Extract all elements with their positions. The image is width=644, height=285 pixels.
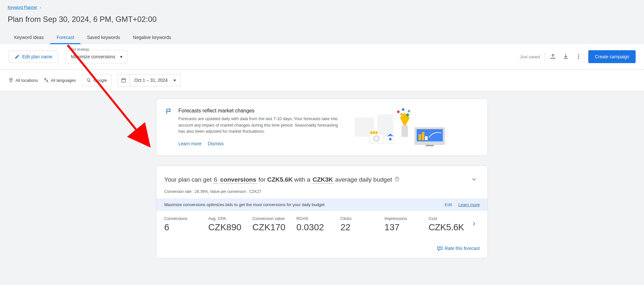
metric-label: Conversions xyxy=(164,216,208,221)
tab-forecast[interactable]: Forecast xyxy=(50,32,80,44)
share-button[interactable] xyxy=(546,50,559,63)
svg-point-14 xyxy=(400,113,403,116)
notice-dismiss-link[interactable]: Dismiss xyxy=(208,141,224,146)
help-icon[interactable] xyxy=(394,176,400,182)
optimization-learn-more-link[interactable]: Learn more xyxy=(459,202,480,207)
chevron-down-icon xyxy=(471,176,477,183)
notice-learn-more-link[interactable]: Learn more xyxy=(178,141,202,146)
metrics-row: Conversions 6 Avg. CPA CZK890 Conversion… xyxy=(156,211,488,241)
notice-illustration xyxy=(352,108,448,147)
svg-rect-25 xyxy=(422,132,424,140)
svg-rect-24 xyxy=(419,134,421,140)
metric-avg-cpa: Avg. CPA CZK890 xyxy=(208,216,252,233)
date-range-label: Oct 1 – 31, 2024 xyxy=(134,78,168,83)
summary-suffix: average daily budget xyxy=(335,176,392,183)
calendar-icon xyxy=(121,78,126,83)
metric-value: 137 xyxy=(384,222,429,233)
date-range-select[interactable]: Oct 1 – 31, 2024 ▾ xyxy=(130,74,181,86)
svg-point-1 xyxy=(578,56,579,57)
filters-bar: All locations All languages Google Oct 1… xyxy=(0,70,644,91)
svg-rect-17 xyxy=(370,131,372,134)
summary-conversions-count[interactable]: 6 xyxy=(213,176,218,184)
date-range-icon-box[interactable] xyxy=(118,74,130,86)
metric-value: 0.0302 xyxy=(296,222,340,233)
tab-keyword-ideas[interactable]: Keyword ideas xyxy=(8,32,50,44)
notice-body-text: Forecasts are updated daily with data fr… xyxy=(178,116,346,135)
summary-conversions-word[interactable]: conversions xyxy=(220,176,257,184)
metric-cost: Cost CZK5.6K xyxy=(429,216,468,233)
metric-label: Cost xyxy=(429,216,468,221)
locations-label: All locations xyxy=(15,78,38,83)
bid-strategy-select[interactable]: Maximize conversions ▾ xyxy=(66,50,127,63)
edit-plan-name-button[interactable]: Edit plan name xyxy=(8,51,58,63)
summary-budget[interactable]: CZK3K xyxy=(312,176,334,184)
metric-roas: ROAS 0.0302 xyxy=(296,216,340,233)
download-button[interactable] xyxy=(559,50,572,63)
languages-label: All languages xyxy=(51,78,76,83)
metric-label: Conversion value xyxy=(252,216,297,221)
rate-forecast-button[interactable]: Rate this forecast xyxy=(437,245,480,251)
metric-value: 22 xyxy=(340,222,384,233)
saved-status: Just saved xyxy=(520,54,540,59)
optimization-info-bar: Maximize conversions optimizes bids to g… xyxy=(156,198,488,211)
metric-label: ROAS xyxy=(296,216,340,221)
forecast-summary-card: Your plan can get 6 conversions for CZK5… xyxy=(156,166,488,258)
svg-point-4 xyxy=(87,79,90,81)
metric-impressions: Impressions 137 xyxy=(384,216,429,233)
breadcrumb: Keyword Planner › xyxy=(8,5,636,10)
more-vert-icon xyxy=(575,53,582,60)
rate-forecast-label: Rate this forecast xyxy=(445,246,480,251)
location-icon xyxy=(8,78,14,83)
optimization-info-text: Maximize conversions optimizes bids to g… xyxy=(164,202,325,207)
summary-for: for xyxy=(259,176,266,183)
metric-value: CZK890 xyxy=(208,222,252,233)
languages-filter[interactable]: All languages xyxy=(43,78,76,83)
notice-title: Forecasts reflect market changes xyxy=(178,108,346,114)
svg-rect-18 xyxy=(373,131,375,134)
search-partner-icon xyxy=(86,78,91,83)
svg-point-3 xyxy=(10,79,11,80)
svg-point-0 xyxy=(578,54,579,55)
metric-value: 6 xyxy=(164,222,208,233)
bid-strategy-value: Maximize conversions xyxy=(71,54,115,59)
svg-point-11 xyxy=(402,108,404,111)
svg-rect-9 xyxy=(402,126,408,137)
metric-value: CZK170 xyxy=(252,222,297,233)
bid-strategy-label: Bid strategy xyxy=(69,47,90,51)
feedback-icon xyxy=(437,245,443,251)
tab-saved-keywords[interactable]: Saved keywords xyxy=(80,32,127,44)
metric-conversion-value: Conversion value CZK170 xyxy=(252,216,297,233)
svg-point-12 xyxy=(408,110,410,112)
metric-conversions: Conversions 6 xyxy=(164,216,208,233)
network-filter[interactable]: Google xyxy=(81,74,112,86)
chevron-right-icon xyxy=(471,221,477,227)
metric-label: Avg. CPA xyxy=(208,216,252,221)
caret-down-icon: ▾ xyxy=(174,78,176,83)
toolbar: Edit plan name Bid strategy Maximize con… xyxy=(0,44,644,70)
metric-label: Clicks xyxy=(340,216,384,221)
svg-rect-5 xyxy=(122,79,126,82)
svg-rect-19 xyxy=(375,131,377,134)
summary-sentence: Your plan can get 6 conversions for CZK5… xyxy=(164,176,468,184)
tab-negative-keywords[interactable]: Negative keywords xyxy=(127,32,177,44)
svg-point-21 xyxy=(389,138,392,140)
flag-icon xyxy=(166,108,173,115)
summary-cost: CZK5.6K xyxy=(267,176,293,183)
create-campaign-button[interactable]: Create campaign xyxy=(588,50,636,63)
expand-summary-button[interactable] xyxy=(468,174,480,186)
tabs: Keyword ideas Forecast Saved keywords Ne… xyxy=(8,32,636,44)
metric-value: CZK5.6K xyxy=(429,222,468,233)
svg-rect-26 xyxy=(425,136,428,140)
breadcrumb-link-keyword-planner[interactable]: Keyword Planner xyxy=(8,5,37,10)
more-button[interactable] xyxy=(572,50,585,63)
svg-point-2 xyxy=(578,58,579,59)
share-icon xyxy=(550,53,556,60)
summary-with: with a xyxy=(294,176,310,183)
divider xyxy=(545,52,545,61)
metric-clicks: Clicks 22 xyxy=(340,216,384,233)
network-label: Google xyxy=(93,78,107,83)
metrics-next-button[interactable] xyxy=(468,218,480,231)
optimization-edit-link[interactable]: Edit xyxy=(445,202,452,207)
svg-point-10 xyxy=(397,110,400,113)
locations-filter[interactable]: All locations xyxy=(8,78,38,83)
